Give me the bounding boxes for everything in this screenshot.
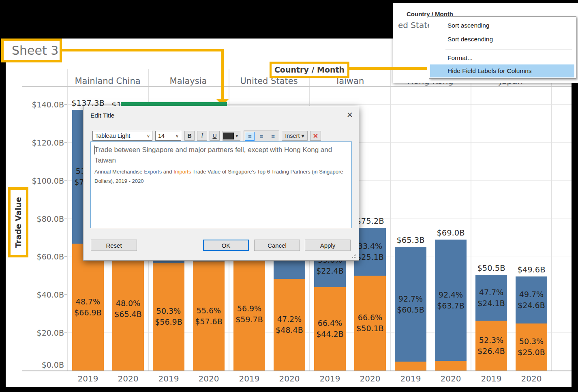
imports-segment-label: 50.3%$25.0B	[505, 336, 558, 358]
exports-segment-label: 49.7%$24.6B	[505, 289, 558, 311]
x-axis-year-label[interactable]: 2020	[505, 374, 558, 383]
y-axis-tick-label: $140.0B	[22, 100, 64, 110]
title-heading-text: Trade between Singapore and major partne…	[94, 145, 348, 166]
menu-item-sort-descending[interactable]: Sort descending	[430, 33, 574, 46]
color-swatch	[223, 133, 234, 139]
font-size-value: 14	[158, 133, 165, 139]
chevron-down-icon: ∨	[176, 133, 181, 139]
screenshot-stage: $0.0B$20.0B$40.0B$60.0B$80.0B$100.0B$120…	[0, 0, 578, 392]
y-axis-tick-label: $40.0B	[22, 290, 64, 300]
align-left-button[interactable]: ≡	[245, 132, 255, 141]
field-label-columns: Country / Month	[274, 65, 345, 74]
y-axis-tick-label: $100.0B	[22, 176, 64, 186]
font-color-button[interactable]: ▾	[223, 131, 240, 141]
reset-button[interactable]: Reset	[91, 240, 137, 251]
dialog-title: Edit Title	[90, 112, 114, 119]
close-icon[interactable]: ✕	[347, 110, 353, 120]
resize-grip-icon[interactable]	[351, 253, 356, 258]
bar-segment-imports[interactable]	[435, 361, 467, 371]
panel-separator	[471, 69, 471, 371]
y-axis-tick-label: $0.0B	[22, 360, 64, 370]
field-label-context-menu: Sort ascending Sort descending Format...…	[429, 16, 576, 79]
text-cursor	[94, 146, 95, 154]
column-header-malaysia[interactable]: Malaysia	[148, 76, 229, 87]
ok-button[interactable]: OK	[203, 240, 249, 251]
sheet-title: Sheet 3	[12, 43, 58, 58]
axis-tick	[64, 256, 67, 257]
alignment-group: ≡ ≡ ≡	[244, 131, 279, 142]
italic-button[interactable]: I	[197, 131, 207, 141]
title-text-editor[interactable]: Trade between Singapore and major partne…	[90, 141, 352, 228]
font-family-value: Tableau Light	[95, 133, 130, 139]
edit-title-dialog: Edit Title ✕ Tableau Light ∨ 14 ∨ B I U …	[83, 106, 359, 261]
bar-total-label: $49.6B	[505, 265, 558, 274]
title-subtitle-text: Annual Merchandise Exports and Imports T…	[94, 167, 348, 186]
sheet-title-callout: Sheet 3	[1, 39, 62, 62]
bold-button[interactable]: B	[184, 131, 195, 141]
font-size-select[interactable]: 14 ∨	[155, 131, 181, 141]
y-axis-tick-label: $60.0B	[22, 252, 64, 262]
subtitle-imports-word: Imports	[173, 169, 191, 175]
bar-segment-imports[interactable]	[395, 362, 426, 371]
panel-separator	[67, 69, 68, 371]
clear-formatting-icon[interactable]: ✕	[310, 131, 321, 141]
menu-separator	[445, 49, 572, 49]
callout-line-to-menu	[349, 67, 427, 70]
column-header-mainland-china[interactable]: Mainland China	[67, 76, 148, 87]
underline-button[interactable]: U	[210, 131, 220, 141]
chevron-down-icon: ∨	[147, 133, 152, 139]
menu-item-sort-ascending[interactable]: Sort ascending	[430, 19, 574, 32]
callout-line-vertical	[221, 49, 224, 100]
field-label-callout[interactable]: Country / Month	[270, 62, 349, 78]
axis-tick	[64, 218, 67, 219]
snippet-partial-column-header: ed State	[398, 20, 432, 30]
axis-tick	[64, 142, 67, 143]
apply-button[interactable]: Apply	[305, 240, 351, 251]
subtitle-exports-word: Exports	[144, 169, 162, 175]
axis-tick	[64, 294, 67, 295]
insert-dropdown-button[interactable]: Insert ▾	[282, 131, 308, 141]
y-axis-title: Trade Value	[14, 197, 23, 248]
y-axis-tick-label: $120.0B	[22, 138, 64, 148]
subtitle-part: and	[162, 169, 173, 175]
axis-label-callout: Trade Value	[8, 187, 28, 257]
font-family-select[interactable]: Tableau Light ∨	[92, 131, 152, 141]
cancel-button[interactable]: Cancel	[254, 240, 300, 251]
x-axis-line	[22, 371, 572, 371]
align-center-button[interactable]: ≡	[257, 132, 266, 141]
imports-segment-label: 66.6%$50.1B	[344, 312, 396, 334]
chevron-down-icon: ▾	[235, 133, 240, 139]
menu-item-hide-field-labels[interactable]: Hide Field Labels for Columns	[430, 64, 574, 77]
panel-separator	[551, 69, 552, 371]
y-axis-tick-label: $80.0B	[22, 214, 64, 224]
align-right-button[interactable]: ≡	[268, 132, 278, 141]
y-axis-tick-label: $20.0B	[22, 328, 64, 338]
bar-total-label: $69.0B	[424, 228, 477, 238]
axis-tick	[64, 332, 67, 333]
menu-item-format[interactable]: Format...	[430, 51, 574, 64]
callout-line-horizontal	[60, 49, 224, 51]
subtitle-part: Annual Merchandise	[94, 169, 144, 175]
